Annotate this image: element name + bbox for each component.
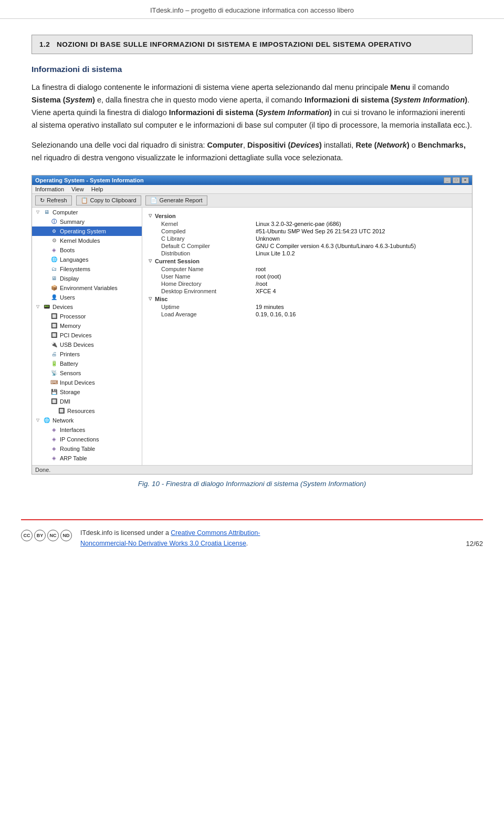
tree-interfaces[interactable]: ◈ Interfaces: [32, 425, 142, 435]
ss-body: ▽ 🖥 Computer ⓘ Summary ⚙ Operating Syste…: [32, 208, 472, 465]
arp-icon: ◈: [50, 454, 58, 462]
menu-information[interactable]: Information: [35, 186, 64, 192]
tree-usb-devices[interactable]: 🔌 USB Devices: [32, 340, 142, 349]
tree-panel: ▽ 🖥 Computer ⓘ Summary ⚙ Operating Syste…: [32, 208, 142, 465]
kernel-icon: ⚙: [50, 236, 58, 245]
detail-clibrary-row: C Library Unknown: [146, 235, 468, 242]
cc-icon-nd: ND: [60, 530, 72, 541]
tree-display[interactable]: 🖥 Display: [32, 274, 142, 283]
page-number: 12/62: [466, 540, 483, 549]
tree-sensors[interactable]: 📡 Sensors: [32, 368, 142, 378]
footer-text: ITdesk.info is licensed under a Creative…: [80, 528, 457, 549]
copy-clipboard-button[interactable]: 📋 Copy to Clipboard: [76, 195, 141, 205]
detail-uptime-row: Uptime 19 minutes: [146, 303, 468, 311]
tree-summary[interactable]: ⓘ Summary: [32, 217, 142, 226]
storage-icon: 💾: [50, 388, 58, 396]
tree-arp-table[interactable]: ◈ ARP Table: [32, 454, 142, 463]
report-icon: 📄: [150, 197, 158, 204]
pci-icon: 🔲: [50, 331, 58, 339]
tree-memory[interactable]: 🔲 Memory: [32, 321, 142, 331]
tree-languages[interactable]: 🌐 Languages: [32, 255, 142, 264]
env-icon: 📦: [50, 284, 58, 292]
tree-boots[interactable]: ◈ Boots: [32, 245, 142, 255]
section-number: 1.2: [39, 40, 50, 48]
paragraph-2: Selezionando una delle voci dal riquadro…: [32, 139, 472, 164]
maximize-button[interactable]: □: [453, 177, 460, 183]
ip-icon: ◈: [50, 435, 58, 444]
menu-help[interactable]: Help: [91, 186, 103, 192]
tree-arrow-computer: ▽: [36, 210, 43, 214]
detail-home-dir-row: Home Directory /root: [146, 280, 468, 287]
languages-icon: 🌐: [50, 255, 58, 264]
cc-icon-nc: NC: [47, 530, 59, 541]
minimize-button[interactable]: _: [444, 177, 451, 183]
detail-misc-header[interactable]: ▽ Misc: [146, 295, 468, 303]
tree-devices[interactable]: ▽ 📟 Devices: [32, 302, 142, 312]
tree-input-devices[interactable]: ⌨ Input Devices: [32, 378, 142, 387]
detail-user-name-row: User Name root (root): [146, 273, 468, 280]
display-icon: 🖥: [50, 274, 58, 283]
titlebar-buttons: _ □ ×: [444, 177, 469, 183]
tree-processor[interactable]: 🔲 Processor: [32, 312, 142, 321]
tree-routing-table[interactable]: ◈ Routing Table: [32, 444, 142, 454]
detail-panel: ▽ Version Kernel Linux 3.2.0-32-generic-…: [142, 208, 472, 465]
page-footer: CC BY NC ND ITdesk.info is licensed unde…: [21, 519, 483, 554]
refresh-icon: ↻: [40, 197, 45, 204]
clipboard-icon: 📋: [81, 197, 88, 204]
tree-dmi[interactable]: 🔲 DMI: [32, 397, 142, 406]
input-icon: ⌨: [50, 378, 58, 387]
tree-pci-devices[interactable]: 🔲 PCI Devices: [32, 331, 142, 340]
generate-report-button[interactable]: 📄 Generate Report: [145, 195, 207, 205]
tree-users[interactable]: 👤 Users: [32, 293, 142, 302]
screenshot-window: Operating System - System Information _ …: [32, 175, 472, 475]
paragraph-1: La finestra di dialogo contenente le inf…: [32, 81, 472, 132]
refresh-button[interactable]: ↻ Refresh: [35, 195, 72, 205]
section-subtitle: Informazioni di sistema: [32, 65, 472, 74]
summary-icon: ⓘ: [50, 218, 58, 226]
resources-icon: 🔲: [57, 407, 66, 415]
detail-session-header[interactable]: ▽ Current Session: [146, 257, 468, 265]
tree-battery[interactable]: 🔋 Battery: [32, 359, 142, 368]
detail-compiled-row: Compiled #51-Ubuntu SMP Wed Sep 26 21:54…: [146, 228, 468, 235]
filesystems-icon: 🗂: [50, 265, 58, 273]
users-icon: 👤: [50, 293, 58, 302]
tree-computer[interactable]: ▽ 🖥 Computer: [32, 208, 142, 217]
menubar: Information View Help: [32, 185, 472, 194]
page-content: 1.2 NOZIONI DI BASE SULLE INFORMAZIONI D…: [0, 19, 504, 509]
figure-caption: Fig. 10 - Finestra di dialogo Informazio…: [32, 480, 472, 488]
tree-env-variables[interactable]: 📦 Environment Variables: [32, 283, 142, 293]
close-button[interactable]: ×: [461, 177, 469, 183]
tree-arrow-devices: ▽: [36, 304, 43, 309]
battery-icon: 🔋: [50, 359, 58, 368]
menu-view[interactable]: View: [71, 186, 84, 192]
window-title: Operating System - System Information: [35, 177, 144, 183]
tree-filesystems[interactable]: 🗂 Filesystems: [32, 264, 142, 274]
cc-icons: CC BY NC ND: [21, 530, 72, 541]
usb-icon: 🔌: [50, 341, 58, 349]
computer-icon: 🖥: [43, 208, 51, 217]
page-header: ITdesk.info – progetto di educazione inf…: [0, 0, 504, 19]
detail-version-section: ▽ Version Kernel Linux 3.2.0-32-generic-…: [142, 210, 472, 320]
cc-icon-by: BY: [34, 530, 46, 541]
dmi-icon: 🔲: [50, 397, 58, 406]
detail-compiler-row: Default C Compiler GNU C Compiler versio…: [146, 242, 468, 250]
detail-version-header[interactable]: ▽ Version: [146, 212, 468, 220]
interfaces-icon: ◈: [50, 426, 58, 434]
printer-icon: 🖨: [50, 350, 58, 358]
header-title: ITdesk.info – progetto di educazione inf…: [150, 6, 354, 14]
network-icon: 🌐: [43, 416, 51, 425]
processor-icon: 🔲: [50, 312, 58, 321]
toolbar: ↻ Refresh 📋 Copy to Clipboard 📄 Generate…: [32, 194, 472, 208]
tree-kernel-modules[interactable]: ⚙ Kernel Modules: [32, 236, 142, 245]
boots-icon: ◈: [50, 246, 58, 254]
cc-icon-cc: CC: [21, 530, 33, 541]
section-heading: NOZIONI DI BASE SULLE INFORMAZIONI DI SI…: [57, 40, 412, 48]
tree-storage[interactable]: 💾 Storage: [32, 387, 142, 397]
tree-resources[interactable]: 🔲 Resources: [32, 406, 142, 416]
tree-printers[interactable]: 🖨 Printers: [32, 349, 142, 359]
memory-icon: 🔲: [50, 322, 58, 330]
tree-operating-system[interactable]: ⚙ Operating System: [32, 226, 142, 236]
tree-ip-connections[interactable]: ◈ IP Connections: [32, 435, 142, 444]
statusbar: Done.: [32, 465, 472, 474]
tree-network[interactable]: ▽ 🌐 Network: [32, 416, 142, 425]
